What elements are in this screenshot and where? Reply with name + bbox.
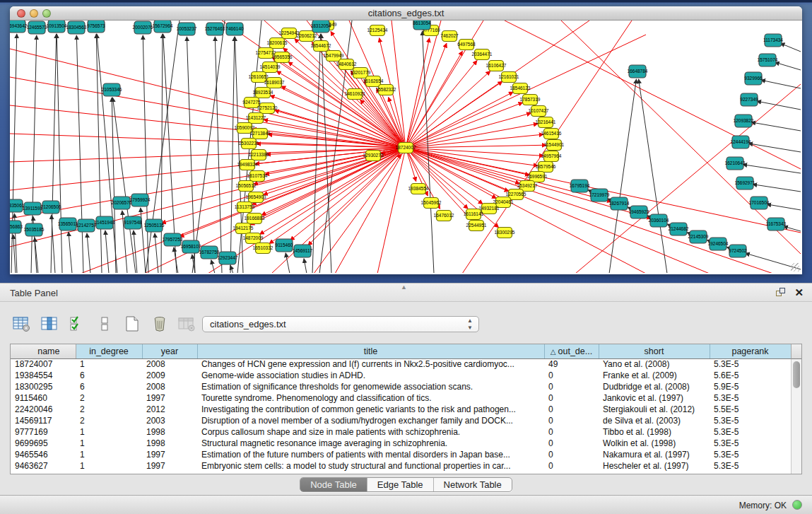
graph-node[interactable]: 14569117 — [293, 245, 313, 257]
new-table-icon[interactable] — [122, 313, 143, 334]
close-panel-icon[interactable]: ✕ — [794, 286, 804, 299]
graph-node[interactable]: 21244682 — [669, 223, 689, 235]
table-row[interactable]: 977716911998Corpus callosum shape and si… — [11, 426, 791, 438]
graph-node[interactable]: 12835061 — [10, 199, 25, 212]
graph-node[interactable]: 12142757 — [76, 219, 97, 232]
graph-node[interactable]: 18200615 — [267, 38, 288, 49]
graph-node[interactable]: 18546123 — [510, 83, 531, 94]
graph-node[interactable]: 16943642 — [10, 21, 28, 33]
graph-node[interactable]: 15276463 — [205, 23, 225, 35]
network-canvas[interactable]: 1872400712254943182006151275471219565356… — [10, 21, 801, 273]
graph-node[interactable]: 11675343 — [766, 218, 787, 230]
graph-node[interactable]: 9227349 — [740, 93, 758, 106]
table-row[interactable]: 1456911722003Disruption of a novel membe… — [11, 415, 791, 426]
graph-node[interactable]: 7466140 — [225, 23, 244, 35]
graph-node[interactable]: 15692971 — [735, 177, 755, 189]
graph-node[interactable]: 16189037 — [264, 78, 285, 88]
vertical-scrollbar[interactable] — [791, 359, 801, 474]
graph-node[interactable]: 13565011 — [58, 218, 78, 230]
graph-node[interactable]: 17959924 — [130, 194, 151, 206]
column-header-name[interactable]: name — [11, 344, 76, 358]
table-row[interactable]: 1830029562008Estimation of significance … — [11, 381, 791, 392]
graph-node[interactable]: 17957253 — [163, 233, 183, 246]
graph-node[interactable]: 7462027 — [440, 31, 459, 42]
graph-node[interactable]: 18579546 — [536, 162, 556, 173]
graph-node[interactable]: 11313753 — [235, 202, 255, 213]
graph-node[interactable]: 15056512 — [236, 181, 257, 192]
graph-node[interactable]: 20360104 — [649, 214, 669, 227]
table-source-select[interactable]: citations_edges.txt ▲▼ — [202, 316, 479, 332]
graph-node[interactable]: 10107427 — [529, 106, 549, 117]
graph-node[interactable]: 20002076 — [133, 21, 153, 34]
scrollbar-thumb[interactable] — [793, 361, 800, 388]
graph-node[interactable]: 22544951 — [466, 221, 487, 231]
graph-node[interactable]: 12610651 — [249, 72, 269, 83]
graph-node[interactable]: 18300295 — [495, 228, 515, 238]
graph-node[interactable]: 16116141 — [464, 209, 484, 220]
graph-node[interactable]: 19498324 — [237, 160, 258, 170]
graph-node[interactable]: 19654903 — [246, 192, 266, 203]
graph-node[interactable]: 15672964 — [153, 21, 173, 33]
resize-grip-icon[interactable] — [791, 263, 799, 271]
table-row[interactable]: 946554611997Estimation of the future num… — [11, 449, 791, 460]
graph-node[interactable]: 12505135 — [144, 219, 165, 232]
graph-node[interactable]: 13216441 — [536, 117, 556, 128]
graph-node[interactable]: 17219979 — [589, 189, 610, 201]
tab-node-table[interactable]: Node Table — [300, 478, 367, 491]
graph-node[interactable]: 16958107 — [181, 240, 201, 253]
table-row[interactable]: 911546021997Tourette syndrome. Phenomeno… — [11, 392, 791, 404]
graph-node[interactable]: 16795194 — [570, 180, 590, 192]
graph-node[interactable]: 14514039 — [260, 62, 281, 73]
graph-node[interactable]: 12213386 — [249, 150, 269, 160]
graph-node[interactable]: 16476012 — [434, 211, 454, 221]
column-header-title[interactable]: title — [197, 344, 544, 358]
graph-node[interactable]: 14932181 — [479, 204, 500, 214]
graph-node[interactable]: 11431227 — [246, 113, 266, 124]
graph-node[interactable]: 16510332 — [253, 243, 273, 254]
graph-node[interactable]: 12923447 — [218, 252, 238, 264]
graph-node[interactable]: 18312054 — [311, 21, 331, 33]
graph-node[interactable]: 20206576 — [112, 197, 132, 209]
float-panel-icon[interactable] — [776, 288, 787, 298]
graph-node[interactable]: 16210643 — [725, 157, 746, 170]
graph-node[interactable]: 19412175 — [233, 223, 254, 234]
column-header-in-degree[interactable]: in_degree — [76, 344, 142, 358]
graph-node[interactable]: 15045962 — [421, 198, 442, 209]
graph-node[interactable]: 13911591 — [23, 202, 43, 215]
graph-node[interactable]: 9724502 — [729, 245, 747, 257]
graph-node[interactable]: 19565356 — [272, 52, 293, 63]
graph-node[interactable]: 18923514 — [253, 88, 273, 98]
tab-edge-table[interactable]: Edge Table — [367, 478, 434, 491]
graph-node[interactable]: 8613054 — [413, 21, 431, 30]
table-row[interactable]: 946362711997Embryonic stem cells: a mode… — [11, 460, 791, 472]
tab-network-table[interactable]: Network Table — [434, 478, 512, 491]
graph-node[interactable]: 17016504 — [749, 197, 770, 209]
graph-node[interactable]: 19166883 — [245, 214, 265, 224]
graph-node[interactable]: 10053237 — [177, 23, 197, 35]
graph-node[interactable]: 19384554 — [408, 184, 429, 194]
row-selection-icon[interactable] — [66, 313, 88, 334]
graph-node[interactable]: 10590093 — [235, 123, 255, 134]
window-titlebar[interactable]: citations_edges.txt — [10, 6, 802, 21]
delete-table-icon[interactable] — [149, 313, 170, 334]
graph-node[interactable]: 14957964 — [541, 151, 562, 162]
table-row[interactable]: 969969511998Structural magnetic resonanc… — [11, 438, 791, 449]
graph-node[interactable]: 14615416 — [541, 129, 562, 139]
table-row[interactable]: 1872400712008Changes of HCN gene express… — [11, 358, 791, 370]
graph-node[interactable]: 15751074 — [758, 54, 778, 66]
graph-node[interactable]: 11173434 — [763, 34, 783, 47]
graph-node[interactable]: 21053346 — [102, 83, 122, 96]
table-settings-icon[interactable] — [11, 313, 33, 334]
table-row[interactable]: 2242004622012Investigating the contribut… — [11, 404, 791, 415]
graph-node[interactable]: 22145309 — [688, 230, 709, 243]
graph-node[interactable]: 12444194 — [731, 136, 751, 148]
graph-node[interactable]: 21206506 — [41, 201, 61, 214]
column-header-short[interactable]: short — [599, 344, 710, 358]
graph-node[interactable]: 18724007 — [396, 143, 416, 153]
graph-node[interactable]: 9329966 — [744, 72, 763, 85]
column-header-pagerank[interactable]: pagerank — [710, 344, 791, 358]
graph-node[interactable]: 6497568 — [457, 40, 476, 50]
graph-node[interactable]: 18304563 — [66, 21, 87, 34]
graph-node[interactable]: 12752120 — [257, 103, 278, 114]
graph-node[interactable]: 15302231 — [239, 139, 259, 149]
